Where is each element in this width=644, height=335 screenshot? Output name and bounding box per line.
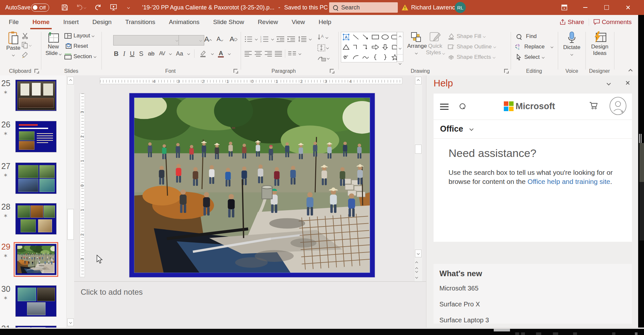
slide-photo[interactable] <box>134 98 370 273</box>
quick-access-more-button[interactable] <box>127 0 129 15</box>
search-input[interactable]: Search <box>329 2 398 13</box>
clipboard-dialog-launcher[interactable] <box>34 69 38 73</box>
design-ideas-button[interactable]: DesignIdeas <box>587 31 612 57</box>
tab-home[interactable]: Home <box>26 15 57 29</box>
font-size-combo[interactable] <box>179 35 204 45</box>
character-spacing-button[interactable]: AV <box>159 51 165 57</box>
editor-scroll-down-button[interactable] <box>415 250 422 257</box>
bullets-button[interactable] <box>245 36 252 42</box>
microsoft-wordmark[interactable]: Microsoft <box>516 101 555 111</box>
tab-view[interactable]: View <box>285 15 312 29</box>
align-center-button[interactable] <box>255 51 262 57</box>
vertical-ruler[interactable]: 3 2 1 0 1 2 3 <box>80 93 85 277</box>
drawing-dialog-launcher[interactable] <box>504 69 508 73</box>
oval-shape[interactable] <box>380 33 390 41</box>
reset-button[interactable]: Reset <box>64 43 88 49</box>
triangle-shape[interactable] <box>341 43 351 51</box>
editor-scroll-thumb[interactable] <box>415 145 422 154</box>
thumb-scroll-thumb[interactable] <box>67 209 74 240</box>
align-left-button[interactable] <box>245 51 252 57</box>
new-slide-button[interactable]: NewSlide <box>44 31 62 57</box>
rectangle-shape[interactable] <box>370 33 380 41</box>
font-color-button[interactable]: A <box>218 50 224 58</box>
replace-button[interactable]: bc Replace <box>515 44 553 50</box>
text-shadow-button[interactable]: S <box>139 50 143 58</box>
arrow-shape[interactable] <box>361 33 370 41</box>
notes-pane[interactable]: Click to add notes <box>74 281 426 328</box>
tab-insert[interactable]: Insert <box>56 15 86 29</box>
increase-indent-button[interactable] <box>287 36 295 42</box>
avatar[interactable]: RL <box>455 0 466 15</box>
section-button[interactable]: Section <box>64 53 96 60</box>
help-search-icon[interactable] <box>460 103 465 109</box>
autosave-toggle[interactable]: Off <box>31 0 49 15</box>
slide-canvas[interactable] <box>129 93 375 277</box>
right-brace-shape[interactable] <box>380 53 390 61</box>
font-dialog-launcher[interactable] <box>234 69 237 73</box>
tab-animations[interactable]: Animations <box>162 15 206 29</box>
quick-styles-button[interactable]: QuickStyles <box>425 32 445 56</box>
slide-thumbnail-26[interactable] <box>15 121 57 152</box>
save-status[interactable]: Saved to this PC <box>284 4 328 11</box>
minimize-button[interactable] <box>578 0 593 15</box>
taskbar-icon[interactable] <box>553 332 558 335</box>
tab-file[interactable]: File <box>2 15 26 29</box>
shrink-font-button[interactable]: A <box>217 36 223 43</box>
warning-icon[interactable] <box>401 0 409 15</box>
copy-button[interactable] <box>21 42 31 49</box>
taskbar-icon[interactable] <box>612 332 615 335</box>
format-painter-button[interactable] <box>21 51 29 58</box>
shape-effects-button[interactable]: Shape Effects <box>448 54 495 60</box>
cart-icon[interactable] <box>589 101 598 110</box>
help-pane-close-icon[interactable] <box>625 81 630 85</box>
paste-button[interactable]: Paste <box>5 31 22 57</box>
font-name-combo[interactable] <box>113 35 181 45</box>
align-text-button[interactable] <box>317 44 329 51</box>
highlight-color-button[interactable] <box>199 50 207 58</box>
undo-button[interactable] <box>75 0 86 15</box>
share-button[interactable]: Share <box>560 19 584 26</box>
justify-button[interactable] <box>275 51 282 57</box>
arc-shape[interactable] <box>351 53 361 61</box>
ribbon-display-options-button[interactable] <box>557 0 572 15</box>
next-slide-button[interactable] <box>416 268 418 279</box>
slide-thumbnail-27[interactable] <box>15 162 57 194</box>
account-icon[interactable] <box>609 97 627 116</box>
maximize-button[interactable] <box>599 0 614 15</box>
clear-formatting-button[interactable]: A <box>230 35 237 43</box>
menu-icon[interactable] <box>440 102 449 111</box>
slide-thumbnail-30[interactable] <box>15 285 57 317</box>
text-direction-button[interactable]: A <box>317 34 328 41</box>
save-button[interactable] <box>60 0 69 15</box>
cut-button[interactable] <box>21 32 29 39</box>
start-presentation-button[interactable] <box>109 0 118 15</box>
curve-shape[interactable] <box>361 53 370 61</box>
tab-review[interactable]: Review <box>251 15 285 29</box>
change-case-button[interactable]: Aa <box>176 50 183 57</box>
align-right-button[interactable] <box>265 51 272 57</box>
tab-design[interactable]: Design <box>86 15 118 29</box>
taskbar-icon[interactable] <box>515 332 519 335</box>
select-button[interactable]: Select <box>516 54 544 60</box>
tab-slide-show[interactable]: Slide Show <box>206 15 251 29</box>
paragraph-dialog-launcher[interactable] <box>330 69 334 73</box>
italic-button[interactable]: I <box>123 50 125 58</box>
arrange-button[interactable]: Arrange <box>407 32 425 55</box>
bold-button[interactable]: B <box>114 50 118 58</box>
underline-button[interactable]: U <box>130 50 134 58</box>
find-button[interactable]: Find <box>517 33 537 40</box>
taskbar-icon[interactable] <box>521 332 525 335</box>
tab-transitions[interactable]: Transitions <box>118 15 162 29</box>
whats-new-item[interactable]: Surface Pro X <box>434 292 632 308</box>
down-arrow-shape[interactable] <box>380 43 390 51</box>
line-spacing-button[interactable] <box>298 36 306 42</box>
help-pane-dropdown-icon[interactable] <box>607 81 611 85</box>
decrease-indent-button[interactable] <box>276 36 284 42</box>
numbering-button[interactable]: 123 <box>260 36 269 42</box>
collapse-ribbon-button[interactable] <box>628 69 633 73</box>
slide-thumbnail-28[interactable] <box>15 203 57 235</box>
shape-outline-button[interactable]: Shape Outline <box>448 44 496 50</box>
thumb-scroll-up-button[interactable] <box>67 77 74 84</box>
horizontal-ruler[interactable]: 4 3 2 1 0 1 2 3 4 <box>100 78 402 84</box>
tab-help[interactable]: Help <box>312 15 338 29</box>
